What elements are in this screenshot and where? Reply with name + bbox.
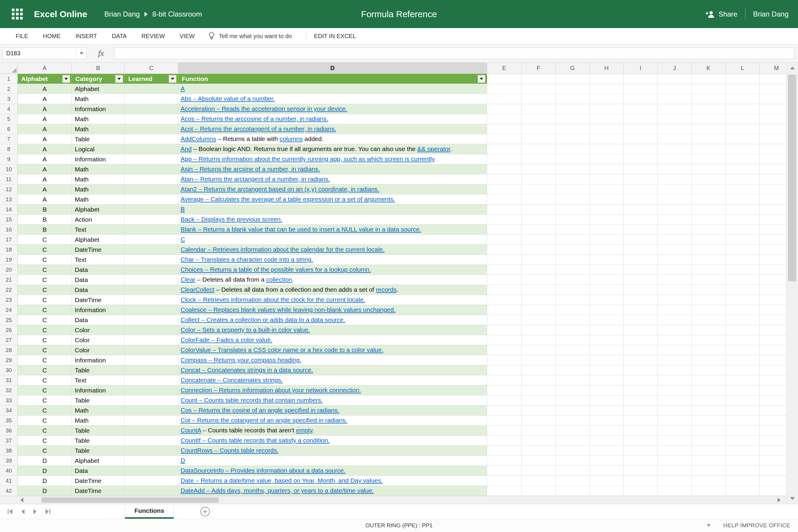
table-header-cell-alphabet[interactable]: Alphabet [18, 74, 72, 84]
cell-empty[interactable] [658, 265, 691, 275]
cell-category[interactable]: Data [72, 285, 125, 295]
cell-empty[interactable] [556, 365, 590, 375]
cell-empty[interactable] [522, 225, 556, 235]
cell-empty[interactable] [556, 476, 590, 486]
cell-function[interactable]: Acot – Returns the arccotangent of a num… [178, 124, 487, 134]
cell-category[interactable]: Information [72, 385, 125, 396]
cell-function[interactable]: CountIf – Counts table records that sati… [178, 436, 487, 446]
cell-learned[interactable] [125, 425, 178, 436]
cell-category[interactable]: Information [72, 104, 125, 114]
cell-empty[interactable] [522, 476, 556, 486]
cell-empty[interactable] [556, 425, 590, 436]
row-header-20[interactable]: 20 [0, 265, 18, 275]
cell-learned[interactable] [125, 94, 178, 104]
menu-view[interactable]: VIEW [180, 33, 195, 40]
cell-empty[interactable] [658, 74, 691, 84]
row-header-9[interactable]: 9 [0, 154, 18, 164]
cell-function[interactable]: Abs – Absolute value of a number. [178, 94, 487, 104]
menu-insert[interactable]: INSERT [75, 33, 97, 40]
cell-empty[interactable] [590, 345, 624, 355]
cell-empty[interactable] [691, 456, 726, 466]
cell-empty[interactable] [590, 185, 624, 194]
cell-learned[interactable] [125, 114, 178, 124]
cell-empty[interactable] [726, 375, 760, 385]
column-header-J[interactable]: J [658, 63, 691, 74]
name-box[interactable]: D183 [2, 48, 87, 59]
cell-learned[interactable] [125, 446, 178, 456]
cell-empty[interactable] [760, 385, 786, 396]
cell-function[interactable]: Cot – Returns the cotangent of an angle … [178, 416, 487, 425]
cell-function[interactable]: Choices – Returns a table of the possibl… [178, 265, 487, 275]
cell-empty[interactable] [522, 265, 556, 275]
cell-alphabet[interactable]: A [18, 84, 72, 94]
cell-empty[interactable] [590, 486, 624, 496]
cell-empty[interactable] [691, 405, 726, 416]
cell-empty[interactable] [760, 325, 786, 335]
cell-empty[interactable] [556, 375, 590, 385]
cell-empty[interactable] [658, 214, 691, 225]
cell-empty[interactable] [590, 456, 624, 466]
cell-empty[interactable] [556, 325, 590, 335]
function-link[interactable]: Calendar – Retrieves information about t… [180, 246, 384, 253]
cell-empty[interactable] [624, 144, 658, 154]
cell-empty[interactable] [658, 446, 691, 456]
cell-category[interactable]: Data [72, 466, 125, 476]
cell-empty[interactable] [556, 255, 590, 265]
cell-empty[interactable] [590, 225, 624, 235]
cell-empty[interactable] [726, 225, 760, 235]
cell-empty[interactable] [624, 194, 658, 205]
cell-alphabet[interactable]: C [18, 405, 72, 416]
sheet-tab-functions[interactable]: Functions [125, 504, 174, 519]
function-link[interactable]: DateAdd – Adds days, months, quarters, o… [180, 487, 374, 494]
cell-category[interactable]: Math [72, 164, 125, 174]
cell-empty[interactable] [658, 275, 691, 285]
cell-empty[interactable] [590, 446, 624, 456]
cell-empty[interactable] [658, 405, 691, 416]
add-sheet-button[interactable] [201, 507, 210, 516]
cell-empty[interactable] [624, 436, 658, 446]
cell-empty[interactable] [522, 205, 556, 214]
column-header-A[interactable]: A [18, 63, 72, 74]
row-header-42[interactable]: 42 [0, 486, 18, 496]
cell-empty[interactable] [760, 134, 786, 144]
cell-learned[interactable] [125, 275, 178, 285]
cell-empty[interactable] [726, 104, 760, 114]
cell-empty[interactable] [658, 154, 691, 164]
cell-empty[interactable] [658, 174, 691, 185]
cell-empty[interactable] [726, 335, 760, 345]
cell-empty[interactable] [726, 416, 760, 425]
function-link[interactable]: collection [266, 276, 292, 283]
cell-empty[interactable] [691, 214, 726, 225]
cell-empty[interactable] [760, 486, 786, 496]
cell-empty[interactable] [624, 154, 658, 164]
cell-empty[interactable] [658, 486, 691, 496]
cell-empty[interactable] [624, 214, 658, 225]
cell-alphabet[interactable]: D [18, 486, 72, 496]
cell-empty[interactable] [487, 245, 522, 255]
cell-empty[interactable] [487, 335, 522, 345]
cell-function[interactable]: And – Boolean logic AND. Returns true if… [178, 144, 487, 154]
cell-alphabet[interactable]: C [18, 285, 72, 295]
cell-empty[interactable] [691, 476, 726, 486]
cell-empty[interactable] [590, 214, 624, 225]
function-link[interactable]: Concatenate – Concatenates strings. [180, 377, 283, 383]
function-link[interactable]: records [376, 286, 397, 293]
horizontal-scrollbar-thumb[interactable] [41, 497, 219, 503]
cell-empty[interactable] [624, 84, 658, 94]
column-header-E[interactable]: E [487, 63, 522, 74]
cell-empty[interactable] [590, 305, 624, 315]
cell-empty[interactable] [487, 405, 522, 416]
cell-empty[interactable] [522, 144, 556, 154]
cell-empty[interactable] [760, 235, 786, 245]
cell-function[interactable]: Cos – Returns the cosine of an angle spe… [178, 405, 487, 416]
row-header-13[interactable]: 13 [0, 194, 18, 205]
column-header-D[interactable]: D [178, 63, 487, 74]
cell-empty[interactable] [658, 84, 691, 94]
cell-alphabet[interactable]: A [18, 114, 72, 124]
cell-empty[interactable] [556, 345, 590, 355]
cell-learned[interactable] [125, 124, 178, 134]
cell-empty[interactable] [726, 164, 760, 174]
cell-learned[interactable] [125, 174, 178, 185]
row-header-17[interactable]: 17 [0, 235, 18, 245]
cell-alphabet[interactable]: C [18, 365, 72, 375]
